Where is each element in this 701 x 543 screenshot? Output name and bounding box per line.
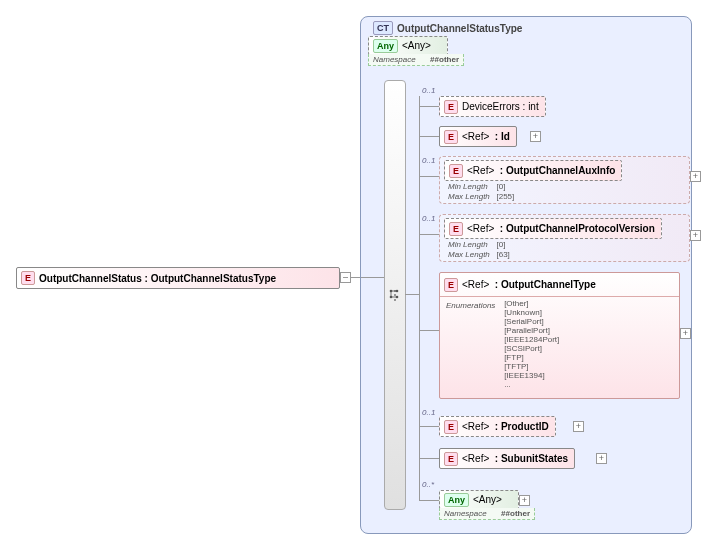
enum-value: [FTP] bbox=[504, 353, 559, 362]
expand-toggle[interactable]: – bbox=[340, 272, 351, 283]
id-ref-element: E <Ref> : Id bbox=[439, 126, 517, 147]
type-ref-element: E <Ref> : OutputChannelType Enumerations… bbox=[439, 272, 680, 399]
ref-tag: <Ref> bbox=[462, 453, 489, 464]
root-element: E OutputChannelStatus : OutputChannelSta… bbox=[16, 267, 340, 289]
min-label: Min Length bbox=[448, 240, 488, 249]
max-label: Max Length bbox=[448, 250, 490, 259]
any-bottom-namespace-row: Namespace ##other bbox=[439, 508, 535, 520]
device-errors-label: DeviceErrors : int bbox=[462, 99, 545, 114]
sequence-icon bbox=[388, 288, 400, 302]
min-label: Min Length bbox=[448, 182, 488, 191]
enum-value: [Other] bbox=[504, 299, 559, 308]
connector bbox=[419, 136, 439, 137]
element-badge: E bbox=[444, 278, 458, 292]
ref-tag: <Ref> bbox=[467, 165, 494, 176]
ns-value: ##other bbox=[430, 55, 459, 64]
connector bbox=[419, 330, 439, 331]
ns-label: Namespace bbox=[444, 509, 487, 518]
proto-max-row: Max Length [63] bbox=[444, 249, 514, 260]
expand-toggle[interactable]: + bbox=[690, 230, 701, 241]
device-errors-element: E DeviceErrors : int bbox=[439, 96, 546, 117]
any-badge: Any bbox=[444, 493, 469, 507]
element-badge: E bbox=[444, 130, 458, 144]
connector bbox=[405, 294, 419, 295]
states-name: : SubunitStates bbox=[495, 453, 568, 464]
element-badge: E bbox=[444, 420, 458, 434]
max-value: [63] bbox=[496, 250, 509, 259]
occurrence: 0..* bbox=[422, 480, 434, 489]
occurrence: 0..1 bbox=[422, 214, 435, 223]
expand-toggle[interactable]: + bbox=[519, 495, 530, 506]
any-label: <Any> bbox=[473, 492, 508, 507]
product-ref-element: E <Ref> : ProductID bbox=[439, 416, 556, 437]
any-bottom: Any <Any> bbox=[439, 490, 519, 509]
aux-ref-element: E <Ref> : OutputChannelAuxInfo bbox=[444, 160, 622, 181]
expand-toggle[interactable]: + bbox=[573, 421, 584, 432]
any-top: Any <Any> bbox=[368, 36, 448, 55]
type-name: : OutputChannelType bbox=[495, 279, 596, 290]
connector bbox=[419, 96, 420, 500]
element-badge: E bbox=[444, 452, 458, 466]
root-label: OutputChannelStatus : OutputChannelStatu… bbox=[39, 271, 282, 286]
states-ref-element: E <Ref> : SubunitStates bbox=[439, 448, 575, 469]
element-badge: E bbox=[449, 222, 463, 236]
max-label: Max Length bbox=[448, 192, 490, 201]
ref-tag: <Ref> bbox=[462, 131, 489, 142]
any-badge: Any bbox=[373, 39, 398, 53]
enum-value: [IEEE1284Port] bbox=[504, 335, 559, 344]
ns-label: Namespace bbox=[373, 55, 416, 64]
min-value: [0] bbox=[496, 182, 505, 191]
ref-tag: <Ref> bbox=[467, 223, 494, 234]
enum-value: [Unknown] bbox=[504, 308, 559, 317]
any-top-namespace-row: Namespace ##other bbox=[368, 54, 464, 66]
complex-type-title: CT OutputChannelStatusType bbox=[369, 21, 522, 35]
expand-toggle[interactable]: + bbox=[680, 328, 691, 339]
enum-value: [IEEE1394] bbox=[504, 371, 559, 380]
product-name: : ProductID bbox=[495, 421, 549, 432]
enum-label: Enumerations bbox=[440, 299, 495, 310]
connector bbox=[419, 426, 439, 427]
proto-name: : OutputChannelProtocolVersion bbox=[500, 223, 655, 234]
enum-value: [SerialPort] bbox=[504, 317, 559, 326]
aux-name: : OutputChannelAuxInfo bbox=[500, 165, 616, 176]
ns-value: ##other bbox=[501, 509, 530, 518]
enum-value: [SCSIPort] bbox=[504, 344, 559, 353]
any-label: <Any> bbox=[402, 38, 437, 53]
element-badge: E bbox=[21, 271, 35, 285]
connector bbox=[361, 277, 384, 278]
proto-ref-element: E <Ref> : OutputChannelProtocolVersion bbox=[444, 218, 662, 239]
id-name: : Id bbox=[495, 131, 510, 142]
occurrence: 0..1 bbox=[422, 408, 435, 417]
connector bbox=[419, 106, 439, 107]
ct-badge: CT bbox=[373, 21, 393, 35]
connector bbox=[419, 458, 439, 459]
element-badge: E bbox=[444, 100, 458, 114]
ct-name: OutputChannelStatusType bbox=[397, 23, 522, 34]
enum-value: ... bbox=[504, 380, 559, 389]
element-badge: E bbox=[449, 164, 463, 178]
connector bbox=[419, 176, 439, 177]
connector bbox=[419, 234, 439, 235]
enum-value: [TFTP] bbox=[504, 362, 559, 371]
enum-value: [ParallelPort] bbox=[504, 326, 559, 335]
expand-toggle[interactable]: + bbox=[690, 171, 701, 182]
min-value: [0] bbox=[496, 240, 505, 249]
occurrence: 0..1 bbox=[422, 86, 435, 95]
max-value: [255] bbox=[496, 192, 514, 201]
connector bbox=[419, 500, 439, 501]
aux-max-row: Max Length [255] bbox=[444, 191, 518, 202]
expand-toggle[interactable]: + bbox=[596, 453, 607, 464]
schema-diagram: E OutputChannelStatus : OutputChannelSta… bbox=[10, 10, 691, 533]
expand-toggle[interactable]: + bbox=[530, 131, 541, 142]
occurrence: 0..1 bbox=[422, 156, 435, 165]
ref-tag: <Ref> bbox=[462, 279, 489, 290]
ref-tag: <Ref> bbox=[462, 421, 489, 432]
enum-list: [Other][Unknown][SerialPort][ParallelPor… bbox=[498, 299, 559, 389]
